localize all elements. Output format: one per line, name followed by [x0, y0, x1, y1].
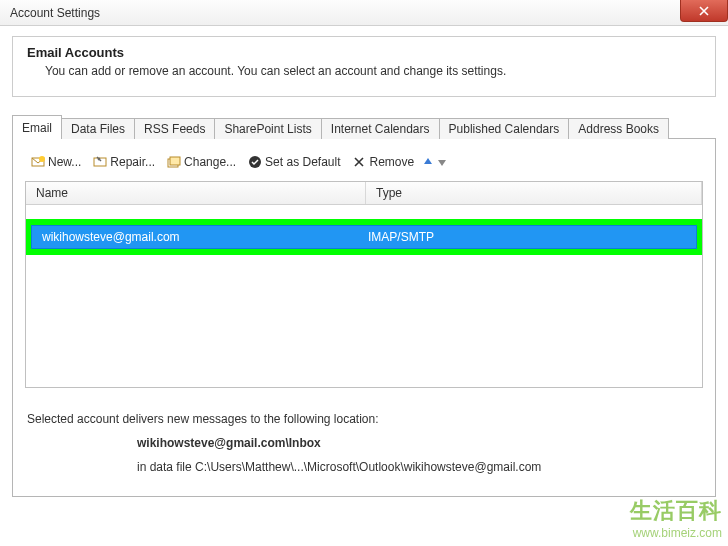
column-name[interactable]: Name [26, 182, 366, 204]
highlight-annotation: wikihowsteve@gmail.com IMAP/SMTP [26, 219, 702, 255]
tab-rss-feeds[interactable]: RSS Feeds [134, 118, 215, 139]
change-icon [167, 155, 181, 169]
watermark-url: www.bimeiz.com [630, 526, 722, 540]
delivery-label: Selected account delivers new messages t… [27, 412, 701, 426]
change-label: Change... [184, 155, 236, 169]
list-body[interactable]: wikihowsteve@gmail.com IMAP/SMTP [26, 219, 702, 387]
new-label: New... [48, 155, 81, 169]
column-type[interactable]: Type [366, 182, 702, 204]
arrow-up-icon [423, 157, 433, 167]
set-default-button[interactable]: Set as Default [244, 153, 344, 171]
tab-panel: New... Repair... Change... Set as Defaul… [12, 138, 716, 497]
account-list: Name Type wikihowsteve@gmail.com IMAP/SM… [25, 181, 703, 388]
svg-rect-4 [170, 157, 180, 165]
window-title: Account Settings [10, 6, 100, 20]
remove-label: Remove [369, 155, 414, 169]
new-button[interactable]: New... [27, 153, 85, 171]
tabs-area: Email Data Files RSS Feeds SharePoint Li… [12, 115, 716, 497]
move-down-button[interactable] [436, 156, 448, 168]
change-button[interactable]: Change... [163, 153, 240, 171]
tab-sharepoint-lists[interactable]: SharePoint Lists [214, 118, 321, 139]
footer-info: Selected account delivers new messages t… [21, 412, 707, 474]
close-icon [699, 6, 709, 16]
section-description: You can add or remove an account. You ca… [27, 64, 701, 78]
repair-icon [93, 155, 107, 169]
account-row[interactable]: wikihowsteve@gmail.com IMAP/SMTP [31, 225, 697, 249]
repair-button[interactable]: Repair... [89, 153, 159, 171]
move-up-button[interactable] [422, 156, 434, 168]
tab-address-books[interactable]: Address Books [568, 118, 669, 139]
new-icon [31, 155, 45, 169]
remove-icon [352, 155, 366, 169]
delivery-folder: wikihowsteve@gmail.com\Inbox [27, 436, 701, 450]
titlebar: Account Settings [0, 0, 728, 26]
list-header: Name Type [26, 182, 702, 205]
arrow-down-icon [437, 157, 447, 167]
account-type: IMAP/SMTP [360, 230, 694, 244]
tab-email[interactable]: Email [12, 115, 62, 139]
account-name: wikihowsteve@gmail.com [34, 230, 360, 244]
set-default-label: Set as Default [265, 155, 340, 169]
close-button[interactable] [680, 0, 728, 22]
email-accounts-section: Email Accounts You can add or remove an … [12, 36, 716, 97]
check-icon [248, 155, 262, 169]
repair-label: Repair... [110, 155, 155, 169]
svg-point-1 [39, 156, 45, 162]
data-file-line: in data file C:\Users\Matthew\...\Micros… [27, 460, 701, 474]
data-file-path: C:\Users\Matthew\...\Microsoft\Outlook\w… [195, 460, 541, 474]
content-area: Email Accounts You can add or remove an … [0, 26, 728, 507]
section-title: Email Accounts [27, 45, 701, 60]
reorder-arrows [422, 156, 448, 168]
remove-button[interactable]: Remove [348, 153, 418, 171]
data-file-prefix: in data file [137, 460, 195, 474]
tab-data-files[interactable]: Data Files [61, 118, 135, 139]
tab-internet-calendars[interactable]: Internet Calendars [321, 118, 440, 139]
tab-row: Email Data Files RSS Feeds SharePoint Li… [12, 115, 716, 139]
tab-published-calendars[interactable]: Published Calendars [439, 118, 570, 139]
toolbar: New... Repair... Change... Set as Defaul… [21, 149, 707, 181]
